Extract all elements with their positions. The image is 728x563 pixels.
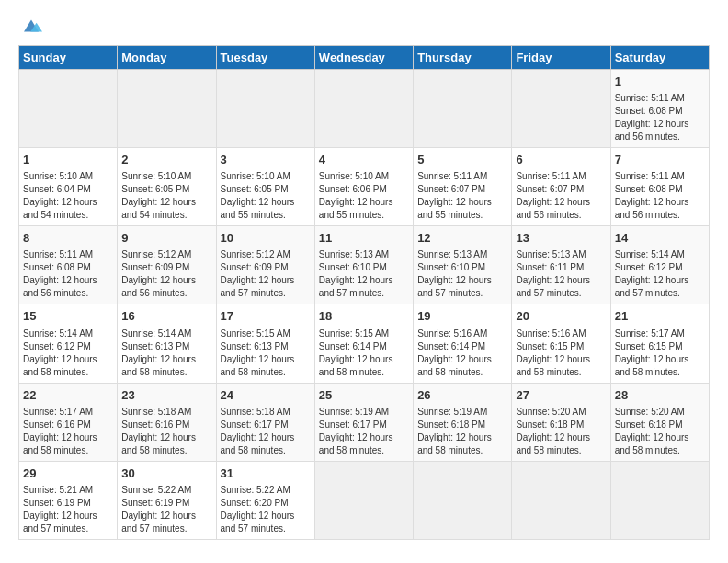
day-header-monday: Monday xyxy=(118,45,216,69)
day-number: 31 xyxy=(221,465,311,482)
daylight-line: Daylight: 12 hours xyxy=(516,197,590,207)
day-number: 28 xyxy=(615,387,705,404)
daylight-line: Daylight: 12 hours xyxy=(23,197,97,207)
sunrise-line: Sunrise: 5:20 AM xyxy=(516,407,586,417)
calendar-cell: 8Sunrise: 5:11 AMSunset: 6:08 PMDaylight… xyxy=(19,226,118,304)
day-number: 20 xyxy=(516,308,606,325)
sunset-line: Sunset: 6:14 PM xyxy=(319,341,387,351)
sunrise-line: Sunrise: 5:22 AM xyxy=(121,485,191,495)
daylight-line: Daylight: 12 hours xyxy=(121,432,196,442)
calendar-cell xyxy=(314,69,413,147)
sunset-line: Sunset: 6:16 PM xyxy=(121,419,189,430)
calendar-cell: 12Sunrise: 5:13 AMSunset: 6:10 PMDayligh… xyxy=(414,226,512,304)
calendar-cell xyxy=(512,461,610,539)
calendar-table: SundayMondayTuesdayWednesdayThursdayFrid… xyxy=(18,45,710,540)
sunrise-line: Sunrise: 5:18 AM xyxy=(121,407,191,417)
calendar-cell: 11Sunrise: 5:13 AMSunset: 6:10 PMDayligh… xyxy=(314,226,413,304)
sunrise-line: Sunrise: 5:14 AM xyxy=(121,328,191,339)
calendar-cell: 3Sunrise: 5:10 AMSunset: 6:05 PMDaylight… xyxy=(216,147,314,225)
sunset-line: Sunset: 6:15 PM xyxy=(516,341,584,351)
daylight-line: Daylight: 12 hours xyxy=(319,354,393,364)
sunrise-line: Sunrise: 5:11 AM xyxy=(23,249,93,259)
calendar-cell: 13Sunrise: 5:13 AMSunset: 6:11 PMDayligh… xyxy=(512,226,610,304)
sunrise-line: Sunrise: 5:13 AM xyxy=(417,249,487,259)
sunrise-line: Sunrise: 5:16 AM xyxy=(516,328,586,339)
daylight-line: Daylight: 12 hours xyxy=(23,275,97,285)
sunrise-line: Sunrise: 5:10 AM xyxy=(23,171,93,181)
sunrise-line: Sunrise: 5:21 AM xyxy=(23,485,93,495)
calendar-header: SundayMondayTuesdayWednesdayThursdayFrid… xyxy=(19,45,710,69)
calendar-cell xyxy=(512,69,610,147)
daylight-line: Daylight: 12 hours xyxy=(319,432,393,442)
sunrise-line: Sunrise: 5:14 AM xyxy=(23,328,93,339)
sunrise-line: Sunrise: 5:20 AM xyxy=(615,407,685,417)
sunrise-line: Sunrise: 5:10 AM xyxy=(221,171,290,181)
day-number: 9 xyxy=(121,230,211,247)
day-number: 23 xyxy=(121,387,211,404)
daylight-line: Daylight: 12 hours xyxy=(121,511,196,521)
daylight-minutes: and 56 minutes. xyxy=(615,210,680,220)
calendar-cell: 20Sunrise: 5:16 AMSunset: 6:15 PMDayligh… xyxy=(512,304,610,383)
sunrise-line: Sunrise: 5:13 AM xyxy=(516,249,586,259)
daylight-minutes: and 58 minutes. xyxy=(516,445,581,455)
daylight-minutes: and 58 minutes. xyxy=(615,445,680,455)
calendar-cell: 26Sunrise: 5:19 AMSunset: 6:18 PMDayligh… xyxy=(414,383,512,461)
calendar-cell xyxy=(610,461,709,539)
daylight-minutes: and 58 minutes. xyxy=(615,367,680,377)
sunset-line: Sunset: 6:12 PM xyxy=(615,262,683,272)
week-row-5: 22Sunrise: 5:17 AMSunset: 6:16 PMDayligh… xyxy=(19,383,710,461)
sunset-line: Sunset: 6:05 PM xyxy=(221,184,289,194)
daylight-minutes: and 58 minutes. xyxy=(516,367,581,377)
daylight-line: Daylight: 12 hours xyxy=(417,432,492,442)
daylight-minutes: and 56 minutes. xyxy=(23,288,88,298)
sunset-line: Sunset: 6:12 PM xyxy=(23,341,91,351)
day-number: 21 xyxy=(615,308,705,325)
daylight-minutes: and 57 minutes. xyxy=(23,523,88,534)
day-header-thursday: Thursday xyxy=(414,45,512,69)
calendar-cell: 16Sunrise: 5:14 AMSunset: 6:13 PMDayligh… xyxy=(118,304,216,383)
daylight-minutes: and 57 minutes. xyxy=(615,288,680,298)
daylight-line: Daylight: 12 hours xyxy=(417,275,492,285)
day-number: 16 xyxy=(121,308,211,325)
day-number: 15 xyxy=(23,308,113,325)
calendar-cell: 17Sunrise: 5:15 AMSunset: 6:13 PMDayligh… xyxy=(216,304,314,383)
week-row-4: 15Sunrise: 5:14 AMSunset: 6:12 PMDayligh… xyxy=(19,304,710,383)
day-number: 27 xyxy=(516,387,606,404)
calendar-cell: 24Sunrise: 5:18 AMSunset: 6:17 PMDayligh… xyxy=(216,383,314,461)
calendar-cell xyxy=(216,69,314,147)
day-number: 13 xyxy=(516,230,606,247)
sunrise-line: Sunrise: 5:12 AM xyxy=(221,249,290,259)
sunset-line: Sunset: 6:17 PM xyxy=(221,419,289,430)
daylight-minutes: and 56 minutes. xyxy=(615,132,680,142)
sunset-line: Sunset: 6:16 PM xyxy=(23,419,91,430)
page: SundayMondayTuesdayWednesdayThursdayFrid… xyxy=(0,0,728,563)
header-row: SundayMondayTuesdayWednesdayThursdayFrid… xyxy=(19,45,710,69)
sunrise-line: Sunrise: 5:19 AM xyxy=(417,407,487,417)
day-number: 22 xyxy=(23,387,113,404)
daylight-minutes: and 55 minutes. xyxy=(221,210,286,220)
week-row-1: 1Sunrise: 5:11 AMSunset: 6:08 PMDaylight… xyxy=(19,69,710,147)
day-number: 4 xyxy=(319,152,409,168)
sunset-line: Sunset: 6:10 PM xyxy=(319,262,387,272)
day-number: 3 xyxy=(221,152,311,168)
daylight-minutes: and 58 minutes. xyxy=(221,445,286,455)
sunset-line: Sunset: 6:06 PM xyxy=(319,184,387,194)
sunset-line: Sunset: 6:13 PM xyxy=(121,341,189,351)
day-number: 25 xyxy=(319,387,409,404)
sunrise-line: Sunrise: 5:17 AM xyxy=(615,328,685,339)
sunrise-line: Sunrise: 5:17 AM xyxy=(23,407,93,417)
week-row-3: 8Sunrise: 5:11 AMSunset: 6:08 PMDaylight… xyxy=(19,226,710,304)
logo-text xyxy=(18,15,42,41)
daylight-minutes: and 56 minutes. xyxy=(121,288,187,298)
sunset-line: Sunset: 6:14 PM xyxy=(417,341,485,351)
daylight-minutes: and 58 minutes. xyxy=(319,445,384,455)
daylight-line: Daylight: 12 hours xyxy=(615,119,689,129)
calendar-cell: 5Sunrise: 5:11 AMSunset: 6:07 PMDaylight… xyxy=(414,147,512,225)
calendar-cell: 14Sunrise: 5:14 AMSunset: 6:12 PMDayligh… xyxy=(610,226,709,304)
sunset-line: Sunset: 6:13 PM xyxy=(221,341,289,351)
daylight-minutes: and 58 minutes. xyxy=(417,445,483,455)
sunset-line: Sunset: 6:19 PM xyxy=(23,498,91,508)
daylight-line: Daylight: 12 hours xyxy=(516,275,590,285)
day-number: 14 xyxy=(615,230,705,247)
daylight-minutes: and 55 minutes. xyxy=(417,210,483,220)
